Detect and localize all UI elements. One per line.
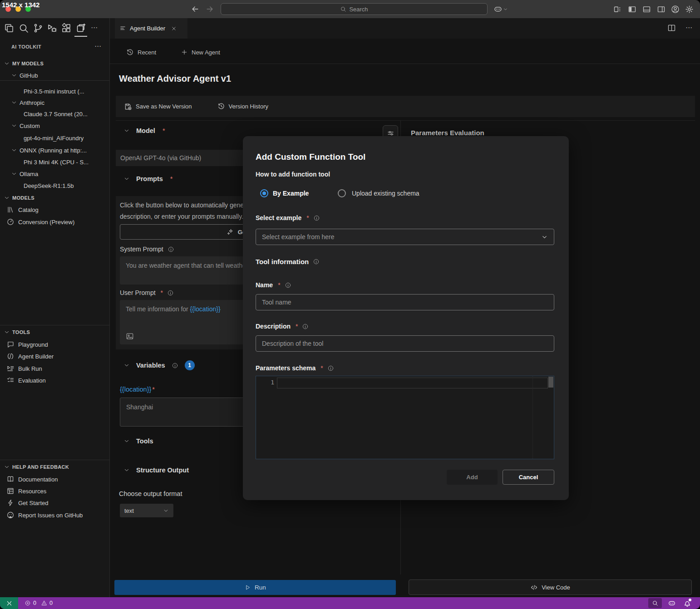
more-views-icon[interactable]: ⋯	[91, 24, 98, 32]
copilot-status-icon[interactable]	[667, 599, 676, 608]
view-code-button[interactable]: View Code	[409, 580, 692, 595]
info-icon[interactable]	[313, 215, 320, 221]
run-button[interactable]: Run	[114, 580, 396, 595]
prompts-section-header[interactable]: Prompts*	[123, 175, 173, 182]
chevron-down-icon	[11, 72, 17, 79]
pane-more-actions-icon[interactable]: ⋯	[94, 42, 102, 50]
cancel-button[interactable]: Cancel	[503, 470, 554, 485]
sidebar-item-get-started[interactable]: Get Started	[0, 497, 109, 509]
sidebar-item-resources[interactable]: Resources	[0, 485, 109, 497]
remote-indicator[interactable]	[0, 597, 18, 609]
save-as-new-version-button[interactable]: Save as New Version	[124, 103, 192, 111]
attach-image-icon[interactable]	[125, 332, 134, 341]
chevron-down-icon	[11, 171, 17, 177]
sidebar-section-help[interactable]: HELP AND FEEDBACK	[0, 461, 109, 473]
back-icon[interactable]	[191, 5, 200, 14]
toggle-panel-icon[interactable]	[642, 5, 651, 14]
add-button[interactable]: Add	[447, 470, 498, 485]
command-center-search[interactable]: Search	[221, 3, 488, 15]
agent-actions-row: Recent New Agent	[110, 43, 700, 64]
tree-item-claude[interactable]: Claude 3.7 Sonnet (20...	[0, 108, 109, 120]
sidebar-item-agent-builder[interactable]: Agent Builder	[0, 350, 109, 362]
forward-icon[interactable]	[205, 5, 214, 14]
tree-item-github[interactable]: GitHub	[0, 69, 109, 81]
info-icon[interactable]	[172, 362, 178, 369]
required-marker: *	[296, 323, 298, 330]
sidebar-item-catalog[interactable]: Catalog	[0, 204, 109, 216]
warnings-icon	[41, 600, 47, 606]
customize-layout-icon[interactable]	[613, 5, 622, 14]
content-divider	[116, 120, 695, 121]
tree-item-anthropic[interactable]: Anthropic	[0, 97, 109, 108]
problems-indicator[interactable]: 0 0	[25, 597, 53, 609]
ai-toolkit-icon[interactable]	[75, 23, 86, 34]
search-view-icon[interactable]	[18, 23, 29, 34]
tree-item-phi3mini[interactable]: Phi 3 Mini 4K (CPU - S...	[0, 156, 109, 168]
zoom-status-button[interactable]	[648, 598, 662, 608]
source-control-icon[interactable]	[33, 23, 44, 34]
output-format-select[interactable]: text	[120, 504, 173, 517]
toggle-secondary-sidebar-icon[interactable]	[656, 5, 666, 14]
chevron-down-icon	[11, 123, 17, 129]
sidebar-item-documentation[interactable]: Documentation	[0, 473, 109, 485]
info-icon[interactable]	[285, 282, 291, 289]
model-section-header[interactable]: Model*	[123, 127, 165, 134]
tree-item-onnx[interactable]: ONNX (Running at http:...	[0, 144, 109, 156]
info-icon[interactable]	[302, 323, 309, 330]
tree-item-label: Claude 3.7 Sonnet (20...	[24, 111, 88, 118]
editor-more-actions-icon[interactable]: ⋯	[685, 24, 693, 32]
tree-item-custom[interactable]: Custom	[0, 120, 109, 132]
sidebar-section-models[interactable]: MODELS	[0, 192, 109, 204]
model-section-label: Model	[136, 127, 155, 134]
extensions-icon[interactable]	[61, 23, 72, 34]
parameters-schema-editor[interactable]: 1	[256, 376, 554, 459]
structure-output-section-header[interactable]: Structure Output	[123, 467, 189, 474]
tree-item-gpt4omini[interactable]: gpt-4o-mini_AIFoundry	[0, 132, 109, 144]
tree-item-deepseek[interactable]: DeepSeek-R1:1.5b	[0, 180, 109, 192]
sidebar-item-evaluation[interactable]: Evaluation	[0, 374, 109, 386]
webview-icon	[119, 25, 126, 32]
sidebar-item-report-issues[interactable]: Report Issues on GitHub	[0, 509, 109, 521]
explorer-icon[interactable]	[4, 23, 15, 34]
radio-by-example[interactable]: By Example	[260, 189, 309, 197]
scrollbar-thumb[interactable]	[548, 377, 553, 388]
variables-section-header[interactable]: Variables 1	[123, 360, 195, 370]
radio-upload-schema[interactable]: Upload existing schema	[338, 189, 419, 197]
chevron-down-icon[interactable]	[503, 7, 508, 12]
tree-item-label: GitHub	[20, 72, 38, 79]
copilot-icon[interactable]	[493, 4, 503, 14]
recent-button[interactable]: Recent	[126, 49, 156, 56]
tools-section-header[interactable]: Tools	[123, 437, 153, 445]
tools-section-label: Tools	[136, 437, 153, 445]
tool-description-input[interactable]	[256, 335, 554, 352]
select-example-dropdown[interactable]: Select example from here	[256, 229, 554, 245]
description-label: Description	[256, 323, 291, 330]
run-debug-icon[interactable]	[47, 23, 58, 34]
settings-gear-icon[interactable]	[685, 5, 694, 14]
sidebar-section-tools[interactable]: TOOLS	[0, 326, 109, 338]
clipped-tree-item	[24, 82, 83, 84]
notifications-bell[interactable]	[683, 599, 692, 608]
required-marker: *	[163, 127, 165, 134]
sidebar-item-conversion[interactable]: Conversion (Preview)	[0, 216, 109, 228]
new-agent-button[interactable]: New Agent	[181, 49, 220, 56]
tool-name-input[interactable]	[256, 294, 554, 310]
close-icon[interactable]	[171, 25, 177, 32]
toggle-sidebar-icon[interactable]	[627, 5, 637, 14]
info-icon[interactable]	[313, 258, 320, 265]
tree-item-phi35[interactable]: Phi-3.5-mini instruct (...	[0, 85, 109, 97]
info-icon[interactable]	[168, 246, 174, 253]
sidebar-item-bulk-run[interactable]: Bulk Run	[0, 363, 109, 374]
split-editor-icon[interactable]	[667, 23, 676, 33]
info-icon[interactable]	[327, 365, 334, 372]
version-history-button[interactable]: Version History	[217, 103, 268, 110]
info-icon[interactable]	[167, 290, 174, 296]
tab-agent-builder[interactable]: Agent Builder	[115, 18, 187, 39]
save-as-label: Save as New Version	[136, 103, 192, 110]
sidebar-item-playground[interactable]: Playground	[0, 339, 109, 350]
chevron-down-icon	[4, 195, 10, 201]
sidebar-section-my-models[interactable]: MY MODELS	[0, 58, 109, 69]
account-icon[interactable]	[670, 5, 680, 14]
tree-item-ollama[interactable]: Ollama	[0, 168, 109, 180]
active-view-underline	[74, 36, 87, 37]
